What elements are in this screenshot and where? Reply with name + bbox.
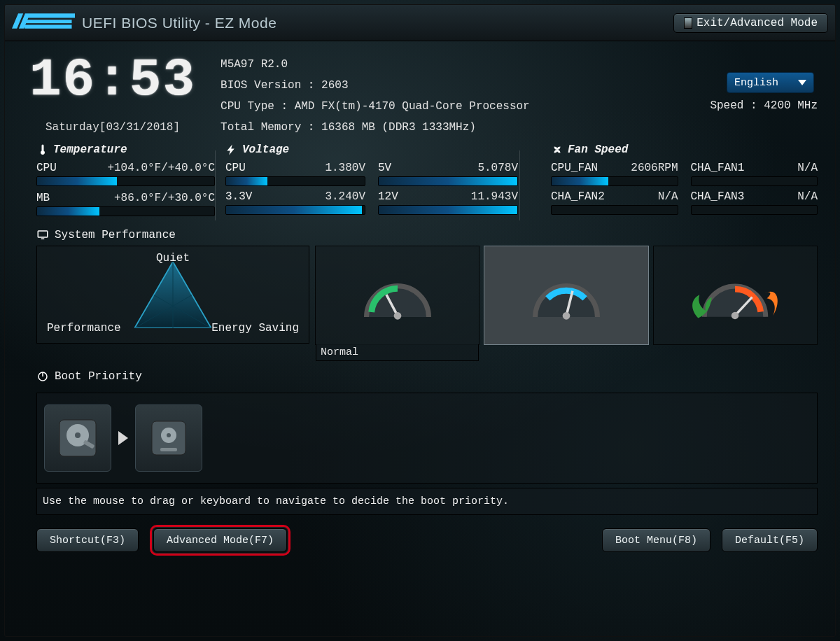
default-label: Default(F5) bbox=[735, 535, 804, 547]
svg-rect-4 bbox=[38, 231, 48, 237]
shortcut-label: Shortcut(F3) bbox=[50, 535, 125, 547]
cha-fan2-value: N/A bbox=[658, 190, 678, 203]
svg-rect-5 bbox=[41, 239, 45, 240]
cpu-fan-value: 2606RPM bbox=[631, 162, 678, 174]
volt-12-bar bbox=[378, 205, 518, 215]
volt-33-label: 3.3V bbox=[225, 190, 252, 203]
svg-rect-3 bbox=[24, 24, 72, 28]
triangle-icon bbox=[134, 262, 211, 328]
chevron-down-icon bbox=[798, 80, 806, 85]
shortcut-button[interactable]: Shortcut(F3) bbox=[36, 528, 139, 552]
performance-triangle[interactable]: Quiet Performance Energy Saving bbox=[36, 246, 309, 344]
bolt-icon bbox=[225, 143, 238, 156]
cha-fan3-label: CHA_FAN3 bbox=[691, 190, 745, 203]
boot-menu-button[interactable]: Boot Menu(F8) bbox=[602, 528, 710, 552]
svg-point-13 bbox=[563, 312, 570, 320]
temp-cpu-bar bbox=[36, 176, 215, 186]
power-icon bbox=[36, 370, 49, 383]
cpu-fan-label: CPU_FAN bbox=[551, 162, 598, 174]
cha-fan1-value: N/A bbox=[797, 162, 818, 174]
volt-5-value: 5.078V bbox=[477, 162, 518, 174]
boot-device-hdd[interactable] bbox=[44, 404, 111, 472]
perf-mode-power-saving[interactable] bbox=[653, 246, 818, 345]
system-performance-title: System Performance bbox=[55, 229, 176, 241]
voltage-title: Voltage bbox=[242, 143, 289, 156]
volt-33-value: 3.240V bbox=[325, 190, 365, 203]
exit-advanced-mode-button[interactable]: Exit/Advanced Mode bbox=[673, 13, 828, 33]
svg-point-15 bbox=[732, 312, 739, 320]
cpu-fan-bar bbox=[551, 176, 678, 186]
page-title: UEFI BIOS Utility - EZ Mode bbox=[82, 15, 276, 31]
exit-label: Exit/Advanced Mode bbox=[696, 17, 818, 29]
temp-cpu-value: +104.0°F/+40.0°C bbox=[107, 162, 215, 174]
perf-mode-asus-optimal[interactable] bbox=[484, 246, 648, 345]
advanced-label: Advanced Mode(F7) bbox=[167, 535, 274, 547]
boot-device-optical[interactable] bbox=[135, 404, 202, 472]
perf-mode-normal[interactable]: Normal bbox=[315, 246, 479, 345]
volt-12-label: 12V bbox=[378, 190, 398, 203]
clock-date: Saturday[03/31/2018] bbox=[46, 121, 180, 134]
svg-point-20 bbox=[75, 432, 80, 438]
perf-energy-label: Energy Saving bbox=[211, 322, 299, 334]
volt-5-bar bbox=[378, 176, 518, 186]
cha-fan3-value: N/A bbox=[797, 190, 818, 203]
voltage-section: Voltage CPU1.380V 3.3V3.240V 5V5.078V 12… bbox=[225, 143, 519, 220]
board-model: M5A97 R2.0 bbox=[220, 58, 685, 71]
boot-menu-label: Boot Menu(F8) bbox=[615, 535, 697, 547]
temperature-title: Temperature bbox=[53, 143, 127, 156]
clock-time: 16:53 bbox=[29, 54, 196, 107]
fan-icon bbox=[551, 143, 564, 156]
cpu-type: CPU Type : AMD FX(tm)-4170 Quad-Core Pro… bbox=[220, 100, 685, 113]
gauge-icon bbox=[528, 267, 605, 323]
bios-version: BIOS Version : 2603 bbox=[220, 79, 685, 92]
volt-cpu-bar bbox=[225, 176, 365, 186]
temp-mb-value: +86.0°F/+30.0°C bbox=[114, 192, 215, 204]
gauge-icon bbox=[359, 267, 436, 323]
cha-fan1-label: CHA_FAN1 bbox=[691, 162, 745, 174]
volt-33-bar bbox=[225, 205, 365, 215]
boot-hint: Use the mouse to drag or keyboard to nav… bbox=[36, 488, 818, 515]
fan-title: Fan Speed bbox=[568, 143, 628, 156]
cha-fan3-bar bbox=[691, 205, 818, 215]
temperature-section: Temperature CPU+104.0°F/+40.0°C MB+86.0°… bbox=[36, 143, 215, 220]
volt-5-label: 5V bbox=[378, 162, 391, 174]
temp-mb-label: MB bbox=[36, 192, 50, 204]
svg-point-24 bbox=[167, 433, 171, 437]
volt-cpu-value: 1.380V bbox=[325, 162, 365, 174]
volt-12-value: 11.943V bbox=[471, 190, 518, 203]
default-button[interactable]: Default(F5) bbox=[722, 528, 818, 552]
monitor-icon bbox=[36, 229, 49, 241]
boot-priority-title: Boot Priority bbox=[55, 370, 142, 383]
language-value: English bbox=[734, 77, 778, 89]
hard-disk-icon bbox=[55, 416, 100, 460]
temp-cpu-label: CPU bbox=[36, 162, 57, 174]
cha-fan1-bar bbox=[691, 176, 818, 186]
cha-fan2-bar bbox=[551, 205, 678, 215]
advanced-mode-button[interactable]: Advanced Mode(F7) bbox=[153, 528, 287, 552]
perf-quiet-label: Quiet bbox=[156, 252, 190, 265]
header-block: 16:53 Saturday[03/31/2018] M5A97 R2.0 BI… bbox=[5, 41, 835, 141]
asus-logo-icon bbox=[12, 13, 75, 32]
optical-drive-icon bbox=[146, 416, 191, 460]
boot-priority-list[interactable] bbox=[36, 393, 818, 484]
perf-caption: Normal bbox=[316, 344, 479, 361]
language-select[interactable]: English bbox=[727, 72, 814, 93]
cha-fan2-label: CHA_FAN2 bbox=[551, 190, 605, 203]
fan-section: Fan Speed CPU_FAN2606RPM CHA_FAN2N/A CHA… bbox=[551, 143, 818, 220]
highlighted-button: Advanced Mode(F7) bbox=[150, 525, 290, 556]
thermometer-icon bbox=[36, 143, 49, 156]
gauge-eco-icon bbox=[686, 267, 784, 323]
perf-performance-label: Performance bbox=[47, 322, 121, 334]
arrow-right-icon bbox=[118, 431, 128, 445]
svg-rect-25 bbox=[160, 448, 177, 451]
system-info: M5A97 R2.0 BIOS Version : 2603 CPU Type … bbox=[220, 54, 685, 134]
top-bar: UEFI BIOS Utility - EZ Mode Exit/Advance… bbox=[5, 5, 835, 41]
temp-mb-bar bbox=[36, 206, 215, 216]
exit-icon bbox=[684, 17, 692, 29]
svg-point-11 bbox=[393, 312, 401, 320]
volt-cpu-label: CPU bbox=[225, 162, 246, 174]
svg-rect-2 bbox=[24, 20, 72, 23]
total-memory: Total Memory : 16368 MB (DDR3 1333MHz) bbox=[220, 121, 685, 134]
